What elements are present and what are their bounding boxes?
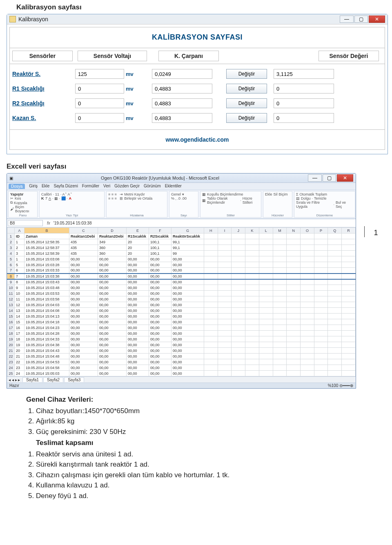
tab-view[interactable]: Görünüm [144,184,161,189]
multiplier-input[interactable] [152,84,212,93]
font-name-select[interactable]: Calibri [41,192,52,196]
list-item: Reaktör servis ana ünitesi 1 ad. [36,449,376,460]
excel-title: Ogen OKG100 Reaktör [Uyumluluk Modu] - M… [13,176,307,180]
fx-icon[interactable]: fx [44,221,53,225]
ribbon-group-number: Genel ▾ % , .0 .00 Sayı [169,191,198,218]
maximize-button[interactable]: ▢ [354,16,368,23]
excel-window: ▣ Ogen OKG100 Reaktör [Uyumluluk Modu] -… [7,173,356,389]
list-item: Güç gereksinimi: 230 V 50Hz [36,427,376,437]
voltage-input[interactable] [75,84,124,93]
format-painter-button[interactable]: Biçim Boyacısı [15,205,36,213]
paste-button[interactable]: Yapıştır [10,192,24,196]
heading-excel: Excell veri sayfası [7,162,392,171]
copy-button[interactable]: Kopyala [14,201,27,205]
unit-label: mv [126,86,140,92]
sheet-tabs[interactable]: ◂ ◂ ▸ ▸ Sayfa1 Sayfa2 Sayfa3 [7,376,356,383]
col-voltage: Sensör Voltajı [78,51,147,61]
list-item: Cihaz boyutları:1450*700*650mm [36,406,376,416]
fill-button[interactable]: Dolgu [301,196,311,200]
excel-titlebar[interactable]: ▣ Ogen OKG100 Reaktör [Uyumluluk Modu] -… [7,174,356,183]
multiplier-input[interactable] [152,113,212,123]
ribbon-tabs[interactable]: Dosya Giriş Ekle Sayfa Düzeni Formüller … [7,183,356,190]
voltage-input[interactable] [75,98,124,108]
ribbon-group-styles: ▦ Koşullu Biçimlendirme ▦ Tablo Olarak B… [200,191,261,218]
zoom-label[interactable]: %100 [328,383,339,388]
change-button[interactable]: Değiştir [226,69,267,79]
formula-bar: B8 fx '19.05.2014 15:03:38 [7,219,356,227]
wrap-text-button[interactable]: Metni Kaydır [124,192,145,196]
group-label: Sayı [169,214,198,217]
ribbon-group-clipboard: Yapıştır ✂ Kes ⧉ Kopyala 🖌 Biçim Boyacıs… [8,191,38,218]
insert-button[interactable]: Ekle [265,192,272,196]
list-item: Ağırlık:85 kg [36,416,376,427]
value-input[interactable] [274,84,334,93]
voltage-input[interactable] [75,69,124,79]
tab-data[interactable]: Veri [103,184,110,189]
specs-heading: Genel Cihaz Verileri: [26,394,376,405]
voltage-input[interactable] [75,113,124,123]
sort-button[interactable]: Sırala ve Filtre Uygula [296,200,332,209]
delivery-heading: Teslimat kapsamı [36,438,376,448]
unit-label: mv [126,115,140,121]
number-format-select[interactable]: Genel [171,192,181,196]
minimize-button[interactable]: — [340,16,354,23]
maximize-button[interactable]: ▢ [323,174,336,182]
multiplier-input[interactable] [152,98,212,108]
name-box[interactable]: B8 [8,220,43,226]
delete-button[interactable]: Sil [274,192,278,196]
tab-review[interactable]: Gözden Geçir [114,184,140,189]
format-button[interactable]: Biçim [279,192,288,196]
find-button[interactable]: Bul ve Seç [336,200,353,209]
change-button[interactable]: Değiştir [226,113,267,123]
col-multiplier: K. Çarpanı [158,51,219,61]
sheet-tab[interactable]: Sayfa2 [43,377,63,382]
tab-addins[interactable]: Eklentiler [165,184,182,189]
tab-formulas[interactable]: Formüller [82,184,99,189]
formula-input[interactable]: '19.05.2014 15:03:38 [53,221,92,225]
window-titlebar[interactable]: Kalibrasyon — ▢ ✕ [7,14,388,24]
footer-url: www.ogendidactic.com [10,129,385,149]
cell-styles-button[interactable]: Hücre Stilleri [243,196,259,205]
autosum-button[interactable]: Otomatik Toplam [300,192,327,196]
minimize-button[interactable]: — [308,174,322,182]
group-label: Hizalama [107,214,167,217]
close-button[interactable]: ✕ [337,174,353,182]
value-input[interactable] [274,98,334,108]
clear-button[interactable]: Temizle [314,196,327,200]
change-button[interactable]: Değiştir [226,98,267,108]
format-table-button[interactable]: Tablo Olarak Biçimlendir [207,196,239,205]
unit-label: mv [126,71,140,77]
group-label: Stiller [200,214,261,217]
cond-format-button[interactable]: Koşullu Biçimlendirme [207,192,243,196]
col-sensors: Sensörler [12,51,73,61]
tab-home[interactable]: Giriş [29,184,38,189]
sheet-tab[interactable]: Sayfa3 [64,377,84,382]
ribbon-group-font: Calibri · 11 · A˄ A˅ K T A · ▦ · 🟦 · A Y… [39,191,105,218]
tab-insert[interactable]: Ekle [42,184,49,189]
close-button[interactable]: ✕ [369,16,385,23]
group-label: Hücreler [263,214,292,217]
font-size-select[interactable]: 11 [55,192,59,196]
group-label: Yazı Tipi [40,214,104,217]
merge-button[interactable]: Birleştir ve Ortala [124,196,152,200]
tab-layout[interactable]: Sayfa Düzeni [53,184,78,189]
value-input[interactable] [274,113,334,123]
change-button[interactable]: Değiştir [226,84,267,93]
document-text: Genel Cihaz Verileri: Cihaz boyutları:14… [26,394,376,501]
unit-label: mv [126,100,140,107]
spreadsheet-grid[interactable]: ABCDEFGHIJKLMNOPQR1IDZamanReaktan1DebiRe… [7,227,356,376]
list-item: Cihazın çalışması için gerekli olan tüm … [36,470,376,480]
list-item: Deney föyü 1 ad. [36,491,376,501]
tab-file[interactable]: Dosya [9,184,25,189]
list-item: Kullanma kılavuzu 1 ad. [36,480,376,491]
ribbon-group-editing: Σ Otomatik Toplam ▤ Dolgu · Temizle Sıra… [294,191,355,218]
sheet-tab[interactable]: Sayfa1 [22,377,42,382]
app-icon [9,16,16,22]
sensor-rows: Reaktör S. mv Değiştir R1 Sıcaklığı mv D… [10,64,385,129]
sensor-row: Kazan S. mv Değiştir [10,111,385,125]
value-input[interactable] [274,69,334,79]
page-number: 1 [364,226,387,237]
cut-button[interactable]: Kes [15,196,21,200]
heading-kalibrasyon: Kalibrasyon sayfası [16,3,392,11]
multiplier-input[interactable] [152,69,212,79]
